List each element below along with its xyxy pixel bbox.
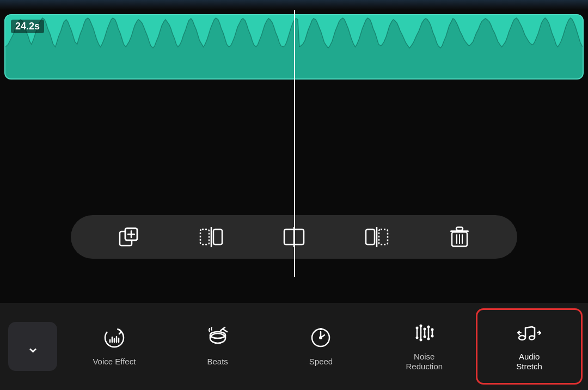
svg-rect-13 (379, 229, 388, 245)
beats-label: Beats (207, 357, 228, 367)
beats-button[interactable]: Beats (166, 308, 270, 385)
svg-point-42 (420, 325, 422, 327)
audio-stretch-icon (517, 321, 542, 348)
svg-rect-6 (200, 229, 209, 245)
svg-point-40 (416, 337, 419, 339)
split-left-button[interactable] (196, 222, 226, 252)
svg-rect-15 (456, 227, 463, 230)
beats-icon (206, 326, 229, 352)
voice-effect-label: Voice Effect (93, 357, 136, 367)
duplicate-button[interactable] (113, 222, 144, 252)
top-thumbnail-area (0, 0, 588, 10)
speed-button[interactable]: Speed (270, 308, 373, 385)
split-right-button[interactable] (362, 222, 392, 252)
svg-point-46 (424, 328, 426, 331)
delete-button[interactable] (444, 222, 475, 252)
svg-point-59 (529, 336, 535, 340)
voice-effect-icon (103, 326, 126, 352)
svg-point-38 (416, 327, 419, 330)
svg-rect-36 (320, 328, 322, 330)
chevron-down-icon: ⌄ (26, 337, 40, 356)
svg-point-54 (431, 328, 434, 331)
svg-point-44 (420, 339, 422, 342)
speed-label: Speed (309, 357, 333, 367)
svg-point-52 (427, 338, 430, 340)
voice-effect-button[interactable]: Voice Effect (63, 308, 166, 385)
svg-line-31 (223, 329, 227, 332)
audio-stretch-label: Audio Stretch (516, 352, 542, 371)
svg-rect-8 (213, 229, 222, 245)
audio-stretch-button[interactable]: Audio Stretch (476, 308, 583, 385)
noise-reduction-button[interactable]: Noise Reduction (372, 308, 476, 385)
noise-reduction-label: Noise Reduction (406, 352, 443, 371)
collapse-button[interactable]: ⌄ (8, 322, 57, 371)
svg-point-50 (427, 326, 430, 328)
speed-icon (309, 326, 332, 352)
svg-point-57 (519, 336, 525, 340)
svg-rect-11 (366, 229, 375, 245)
svg-point-56 (431, 335, 434, 338)
svg-point-48 (424, 336, 426, 338)
bottom-toolbar: ⌄ Voice Effect (0, 303, 588, 390)
playhead (294, 10, 295, 277)
noise-reduction-icon (413, 321, 436, 348)
track-timestamp: 24.2s (11, 20, 44, 33)
